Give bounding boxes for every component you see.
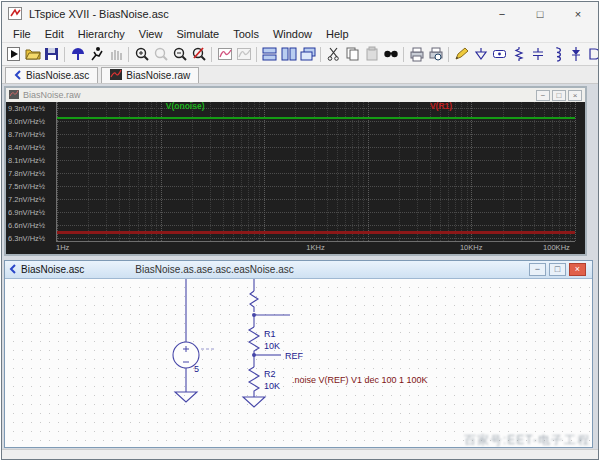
gridline-v-major — [368, 102, 369, 241]
inductor-icon[interactable] — [547, 45, 566, 63]
trace-label[interactable]: V(onoise) — [166, 102, 205, 111]
gridline-v-minor — [248, 102, 249, 241]
label-net-icon[interactable] — [490, 45, 509, 63]
capacitor-icon[interactable] — [528, 45, 547, 63]
gridline-h — [57, 212, 575, 213]
cut-icon[interactable] — [324, 45, 343, 63]
plot-grid[interactable]: V(onoise)V(R1) — [56, 102, 575, 242]
schematic-minimize-button[interactable]: − — [529, 263, 546, 276]
copy-icon[interactable] — [343, 45, 362, 63]
tab-biasnoise-asc[interactable]: BiasNoise.asc — [5, 67, 98, 83]
gridline-v-minor — [295, 102, 296, 241]
minimize-button[interactable]: − — [494, 8, 510, 20]
resistor-r2-symbol[interactable] — [249, 367, 259, 397]
tab-label: BiasNoise.asc — [26, 70, 89, 81]
watermark: 百家号:EET-电子工程 — [464, 432, 590, 449]
menu-tools[interactable]: Tools — [226, 28, 266, 40]
menu-view[interactable]: View — [132, 28, 170, 40]
ground-symbol[interactable] — [243, 397, 265, 407]
gridline-h — [57, 108, 575, 109]
close-button[interactable]: × — [570, 8, 586, 20]
open-icon[interactable] — [23, 45, 42, 63]
plot-settings-icon[interactable] — [234, 45, 253, 63]
source-value-label[interactable]: 5 — [194, 364, 199, 374]
gridline-v-minor — [254, 102, 255, 241]
gridline-v-major — [161, 102, 162, 241]
paste-icon[interactable] — [362, 45, 381, 63]
net-label-ref[interactable]: REF — [285, 351, 304, 361]
schematic-maximize-button[interactable]: □ — [549, 263, 566, 276]
schematic-window-titlebar[interactable]: BiasNoise.asc BiasNoise.as.ase.asc.easNo… — [5, 261, 592, 279]
resistor-icon[interactable] — [509, 45, 528, 63]
toolbar-separator — [211, 47, 212, 62]
control-panel-icon[interactable] — [68, 45, 87, 63]
run-simulation-icon[interactable] — [87, 45, 106, 63]
gridline-h — [57, 238, 575, 239]
resistor-symbol-top[interactable] — [250, 291, 258, 312]
trace-V(onoise) — [57, 117, 575, 119]
print-icon[interactable] — [407, 45, 426, 63]
diode-icon[interactable] — [566, 45, 585, 63]
menu-hierarchy[interactable]: Hierarchy — [71, 28, 132, 40]
maximize-button[interactable]: □ — [532, 8, 548, 20]
waveform-close-button[interactable]: × — [568, 90, 582, 101]
zoom-back-icon[interactable] — [151, 45, 170, 63]
waveform-maximize-button[interactable]: □ — [552, 90, 566, 101]
save-icon[interactable] — [42, 45, 61, 63]
gridline-v-minor — [151, 102, 152, 241]
zoom-in-icon[interactable] — [132, 45, 151, 63]
autorange-y-icon[interactable] — [215, 45, 234, 63]
print-preview-icon[interactable] — [426, 45, 445, 63]
gridline-v-minor — [544, 102, 545, 241]
ltspice-window: LTspice XVII - BiasNoise.asc − □ × FileE… — [1, 1, 599, 460]
gridline-v-major — [57, 102, 58, 241]
find-icon[interactable] — [381, 45, 400, 63]
gridline-h — [57, 225, 575, 226]
gridline-v-minor — [241, 102, 242, 241]
schematic-canvas[interactable]: 5 R1 10K REF R2 10K .noise V(REF) V1 dec… — [5, 279, 592, 447]
toolbar-separator — [128, 47, 129, 62]
schematic-close-button[interactable]: × — [569, 263, 586, 276]
gridline-v-minor — [210, 102, 211, 241]
gridline-v-minor — [345, 102, 346, 241]
y-axis-label: 7.5nV/Hz½ — [8, 181, 45, 192]
zoom-out-icon[interactable] — [170, 45, 189, 63]
menu-help[interactable]: Help — [319, 28, 356, 40]
title-bar[interactable]: LTspice XVII - BiasNoise.asc − □ × — [2, 2, 598, 26]
r2-value-label[interactable]: 10K — [264, 381, 280, 391]
component-icon[interactable] — [585, 45, 598, 63]
ground-icon[interactable] — [471, 45, 490, 63]
waveform-minimize-button[interactable]: − — [536, 90, 550, 101]
schematic-window-tab[interactable]: BiasNoise.asc — [9, 264, 84, 276]
edit-icon[interactable] — [452, 45, 471, 63]
waveform-window-titlebar[interactable]: BiasNoise.raw − □ × — [6, 88, 585, 102]
r1-value-label[interactable]: 10K — [264, 341, 280, 351]
gridline-v-minor — [559, 102, 560, 241]
menu-window[interactable]: Window — [266, 28, 319, 40]
menu-edit[interactable]: Edit — [38, 28, 71, 40]
tab-biasnoise-raw[interactable]: BiasNoise.raw — [101, 67, 199, 83]
ground-symbol[interactable] — [175, 392, 197, 402]
resistor-r1-symbol[interactable] — [249, 327, 259, 355]
gridline-v-minor — [534, 102, 535, 241]
gridline-v-minor — [363, 102, 364, 241]
spice-directive[interactable]: .noise V(REF) V1 dec 100 1 100K — [292, 375, 428, 385]
cascade-windows-icon[interactable] — [298, 45, 317, 63]
tile-horizontal-icon[interactable] — [260, 45, 279, 63]
r1-name-label[interactable]: R1 — [264, 329, 276, 339]
raw-file-icon — [110, 69, 122, 82]
halt-icon[interactable] — [106, 45, 125, 63]
waveform-window-title: BiasNoise.raw — [23, 90, 81, 100]
r2-name-label[interactable]: R2 — [264, 369, 276, 379]
y-axis-label: 6.9nV/Hz½ — [8, 207, 45, 218]
run-icon[interactable] — [4, 45, 23, 63]
menu-simulate[interactable]: Simulate — [169, 28, 226, 40]
menu-file[interactable]: File — [6, 28, 38, 40]
waveform-plot[interactable]: 9.3nV/Hz½9.0nV/Hz½8.7nV/Hz½8.4nV/Hz½8.1n… — [6, 102, 585, 254]
gridline-h — [57, 160, 575, 161]
tile-vertical-icon[interactable] — [279, 45, 298, 63]
trace-label[interactable]: V(R1) — [430, 102, 452, 111]
schematic-file-icon — [9, 264, 17, 276]
window-title: LTspice XVII - BiasNoise.asc — [29, 8, 494, 20]
zoom-full-extents-icon[interactable] — [189, 45, 208, 63]
